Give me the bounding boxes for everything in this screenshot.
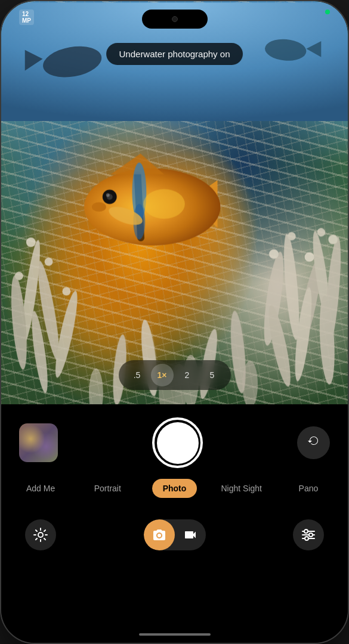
shutter-button[interactable] [152,417,203,468]
notification-banner: Underwater photography on [106,43,243,65]
camera-row [1,417,348,468]
photo-mode-btn[interactable] [144,519,175,550]
settings-icon [33,527,48,543]
status-left: 12MP [19,10,34,25]
media-mode-group [144,519,206,550]
video-mode-btn[interactable] [175,519,206,550]
mode-row: Add Me Portrait Photo Night Sight Pano [1,468,348,509]
status-right [325,10,330,14]
mode-portrait[interactable]: Portrait [74,480,141,497]
mode-night-sight[interactable]: Night Sight [208,480,275,497]
mode-pano[interactable]: Pano [275,480,342,497]
zoom-controls: .5 1× 2 5 [119,360,231,390]
zoom-1x-btn[interactable]: 1× [151,364,174,386]
flip-camera-button[interactable] [297,426,330,459]
mode-pano-label: Pano [299,484,319,493]
zoom-05-label: .5 [134,370,141,380]
front-camera-dot [172,16,178,22]
svg-point-48 [38,532,43,537]
notification-text: Underwater photography on [119,49,230,59]
zoom-5-btn[interactable]: 5 [201,364,224,386]
bottom-toolbar [1,509,348,556]
mode-photo[interactable]: Photo [141,480,208,497]
viewfinder[interactable]: Underwater photography on .5 1× 2 5 [1,1,348,407]
flip-camera-icon [305,433,322,453]
phone-inner: 12MP [1,1,348,643]
svg-point-54 [309,533,313,537]
svg-point-53 [304,530,308,533]
mode-add-me[interactable]: Add Me [7,480,74,497]
zoom-2-btn[interactable]: 2 [176,364,199,386]
mode-add-me-label: Add Me [26,484,55,493]
controls-area: Add Me Portrait Photo Night Sight Pano [1,404,348,643]
zoom-2-label: 2 [185,370,190,380]
viewfinder-background: Underwater photography on .5 1× 2 5 [1,1,348,407]
phone-frame: 12MP [0,0,349,644]
adjustments-icon [301,527,316,543]
mode-photo-pill: Photo [152,479,197,498]
thumbnail-preview [19,423,58,462]
mode-night-sight-label: Night Sight [221,484,261,493]
adjustments-button[interactable] [293,519,324,550]
video-icon [183,528,197,542]
svg-point-55 [305,537,308,540]
green-dot [325,10,330,14]
home-indicator [139,633,211,636]
dynamic-island [142,10,208,29]
svg-point-49 [157,534,161,537]
zoom-5-label: 5 [210,370,215,380]
mode-portrait-label: Portrait [94,484,121,493]
zoom-1x-label: 1× [157,370,167,380]
mp-badge: 12MP [19,10,34,25]
thumbnail[interactable] [19,423,58,462]
camera-icon [152,528,166,542]
mode-photo-label: Photo [163,484,187,493]
settings-button[interactable] [25,519,56,550]
shutter-inner [157,422,199,464]
zoom-05-btn[interactable]: .5 [126,364,149,386]
